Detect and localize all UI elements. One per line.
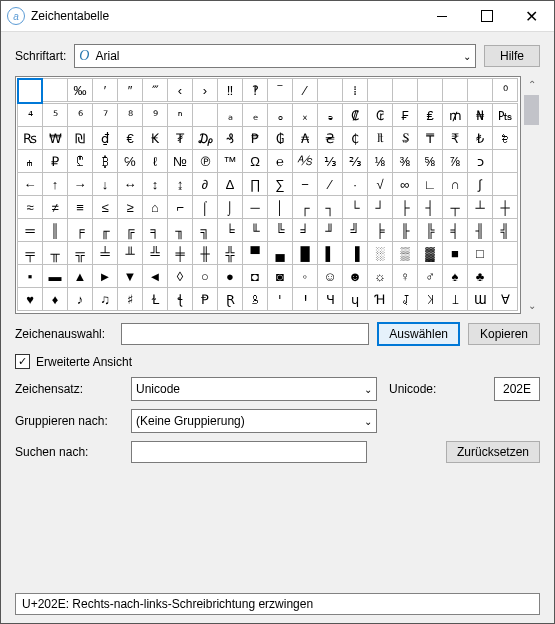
- char-cell[interactable]: ‹: [167, 78, 193, 102]
- advanced-checkbox[interactable]: ✓ Erweiterte Ansicht: [15, 354, 540, 369]
- char-cell[interactable]: ╛: [292, 218, 318, 242]
- char-cell[interactable]: ╪: [167, 241, 193, 265]
- char-cell[interactable]: ☼: [367, 264, 393, 288]
- char-cell[interactable]: ♂: [417, 264, 443, 288]
- char-cell[interactable]: ₻: [492, 126, 518, 150]
- char-cell[interactable]: ∏: [242, 172, 268, 196]
- char-cell[interactable]: ‰: [67, 78, 93, 102]
- char-cell[interactable]: [42, 78, 68, 102]
- char-cell[interactable]: ₿: [92, 149, 118, 173]
- char-cell[interactable]: ₧: [492, 103, 518, 127]
- char-cell[interactable]: ∟: [417, 172, 443, 196]
- char-cell[interactable]: ₨: [17, 126, 43, 150]
- char-cell[interactable]: ♠: [442, 264, 468, 288]
- char-cell[interactable]: ₯: [192, 126, 218, 150]
- char-cell[interactable]: ⌂: [142, 195, 168, 219]
- char-cell[interactable]: ║: [42, 218, 68, 242]
- char-cell[interactable]: ╝: [342, 218, 368, 242]
- char-cell[interactable]: [392, 78, 418, 102]
- char-cell[interactable]: ™: [217, 149, 243, 173]
- font-dropdown[interactable]: O Arial ⌄: [74, 44, 476, 68]
- char-cell[interactable]: ▐: [342, 241, 368, 265]
- char-cell[interactable]: ℓ: [142, 149, 168, 173]
- char-cell[interactable]: Ʞ: [417, 287, 443, 311]
- char-cell[interactable]: ₡: [342, 103, 368, 127]
- char-cell[interactable]: ∆: [217, 172, 243, 196]
- char-cell[interactable]: Ɯ: [467, 287, 493, 311]
- char-cell[interactable]: ꞌ: [267, 287, 293, 311]
- char-cell[interactable]: ⅓: [317, 149, 343, 173]
- char-cell[interactable]: ┐: [317, 195, 343, 219]
- char-cell[interactable]: ↕: [142, 172, 168, 196]
- char-cell[interactable]: ⁴: [17, 103, 43, 127]
- char-cell[interactable]: ⌡: [217, 195, 243, 219]
- char-cell[interactable]: ╙: [242, 218, 268, 242]
- char-cell[interactable]: ⁵: [42, 103, 68, 127]
- char-cell[interactable]: ♪: [67, 287, 93, 311]
- char-cell[interactable]: ⁄: [292, 78, 318, 102]
- group-dropdown[interactable]: (Keine Gruppierung) ⌄: [131, 409, 377, 433]
- char-cell[interactable]: ╕: [142, 218, 168, 242]
- char-cell[interactable]: ╩: [142, 241, 168, 265]
- char-cell[interactable]: ⅔: [342, 149, 368, 173]
- char-cell[interactable]: ꞎ: [167, 287, 193, 311]
- char-cell[interactable]: ▲: [67, 264, 93, 288]
- char-cell[interactable]: ▄: [267, 241, 293, 265]
- char-cell[interactable]: ₽: [42, 149, 68, 173]
- char-cell[interactable]: ‽: [242, 78, 268, 102]
- char-cell[interactable]: ⁿ: [167, 103, 193, 127]
- char-cell[interactable]: ⅝: [417, 149, 443, 173]
- char-cell[interactable]: ∙: [342, 172, 368, 196]
- char-cell[interactable]: ₑ: [242, 103, 268, 127]
- char-cell[interactable]: Ᵽ: [192, 287, 218, 311]
- char-cell[interactable]: ⌐: [167, 195, 193, 219]
- char-cell[interactable]: ⅍: [292, 149, 318, 173]
- char-cell[interactable]: ₾: [67, 149, 93, 173]
- char-cell[interactable]: Ʝ: [392, 287, 418, 311]
- char-cell[interactable]: ○: [192, 264, 218, 288]
- char-cell[interactable]: □: [467, 241, 493, 265]
- char-cell[interactable]: Ɽ: [217, 287, 243, 311]
- char-cell[interactable]: ↄ: [467, 149, 493, 173]
- char-cell[interactable]: ⌠: [192, 195, 218, 219]
- char-cell[interactable]: ⁸: [117, 103, 143, 127]
- char-cell[interactable]: ╬: [217, 241, 243, 265]
- char-cell[interactable]: ▓: [417, 241, 443, 265]
- char-cell[interactable]: ₶: [367, 126, 393, 150]
- char-cell[interactable]: ►: [92, 264, 118, 288]
- char-cell[interactable]: ╔: [117, 218, 143, 242]
- char-cell[interactable]: ‴: [142, 78, 168, 102]
- char-cell[interactable]: ↨: [167, 172, 193, 196]
- select-button[interactable]: Auswählen: [377, 322, 460, 346]
- char-cell[interactable]: [492, 264, 518, 288]
- char-cell[interactable]: █: [292, 241, 318, 265]
- char-cell[interactable]: ▬: [42, 264, 68, 288]
- char-cell[interactable]: ₓ: [292, 103, 318, 127]
- char-cell[interactable]: ∩: [442, 172, 468, 196]
- char-cell[interactable]: ⅜: [392, 149, 418, 173]
- char-cell[interactable]: ☺: [317, 264, 343, 288]
- char-cell[interactable]: ⁹: [142, 103, 168, 127]
- char-cell[interactable]: ₤: [417, 103, 443, 127]
- char-cell[interactable]: ╚: [267, 218, 293, 242]
- char-cell[interactable]: №: [167, 149, 193, 173]
- char-cell[interactable]: [317, 78, 343, 102]
- char-cell[interactable]: ◦: [292, 264, 318, 288]
- char-cell[interactable]: ℅: [117, 149, 143, 173]
- char-cell[interactable]: ═: [17, 218, 43, 242]
- char-cell[interactable]: ♣: [467, 264, 493, 288]
- char-cell[interactable]: ▀: [242, 241, 268, 265]
- char-cell[interactable]: ₹: [442, 126, 468, 150]
- char-cell[interactable]: ♯: [117, 287, 143, 311]
- char-cell[interactable]: ɥ: [342, 287, 368, 311]
- reset-button[interactable]: Zurücksetzen: [446, 441, 540, 463]
- char-cell[interactable]: ╘: [217, 218, 243, 242]
- char-cell[interactable]: ┴: [467, 195, 493, 219]
- char-cell[interactable]: ₮: [167, 126, 193, 150]
- char-cell[interactable]: ₳: [292, 126, 318, 150]
- char-cell[interactable]: Ɫ: [142, 287, 168, 311]
- char-cell[interactable]: ≥: [117, 195, 143, 219]
- char-cell[interactable]: ╖: [167, 218, 193, 242]
- char-cell[interactable]: ₒ: [267, 103, 293, 127]
- char-cell[interactable]: ┘: [367, 195, 393, 219]
